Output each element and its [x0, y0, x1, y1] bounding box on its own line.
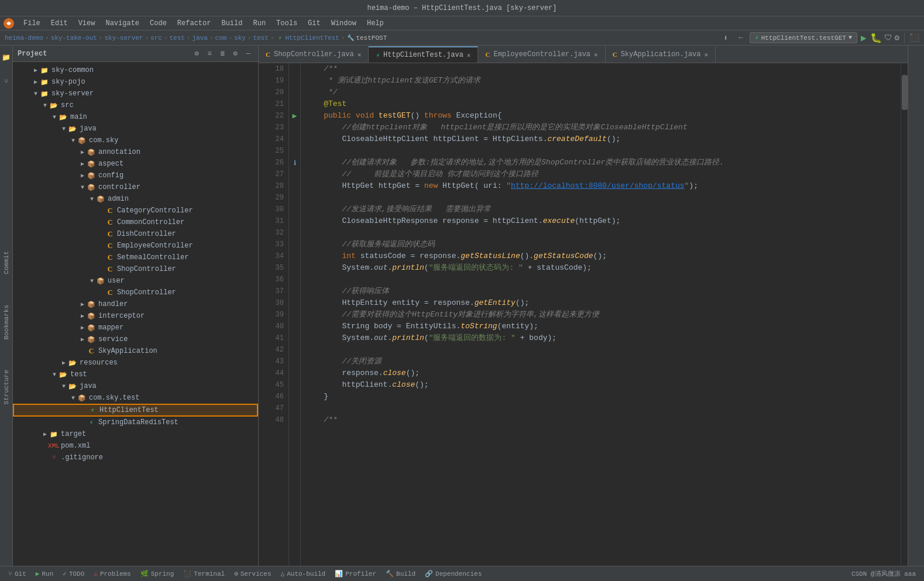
- tree-target[interactable]: ▶ 📁 target: [13, 428, 258, 440]
- menu-git[interactable]: Git: [303, 18, 325, 29]
- code-content[interactable]: /** * 测试通过httpclient发送GET方式的请求 */ @Test …: [301, 63, 901, 566]
- panel-minimize[interactable]: —: [243, 49, 253, 59]
- tree-interceptor[interactable]: ▶ 📦 interceptor: [13, 310, 258, 322]
- tree-arrow-annotation[interactable]: ▶: [78, 149, 87, 156]
- status-dependencies[interactable]: 🔗 Dependencies: [421, 569, 485, 579]
- tree-SkyApplication[interactable]: ▶ C SkyApplication: [13, 345, 258, 357]
- menu-navigate[interactable]: Navigate: [101, 18, 144, 29]
- tree-SpringDataRedisTest[interactable]: ▶ ⚡ SpringDataRedisTest: [13, 417, 258, 428]
- tree-main[interactable]: ▼ 📂 main: [13, 111, 258, 123]
- debug-button[interactable]: 🐛: [870, 32, 882, 44]
- tree-java-main[interactable]: ▼ 📂 java: [13, 123, 258, 135]
- vcs-icon[interactable]: ⑂: [0, 75, 13, 89]
- tree-ShopController-admin[interactable]: ▶ C ShopController: [13, 263, 258, 275]
- tree-aspect[interactable]: ▶ 📦 aspect: [13, 158, 258, 170]
- tree-arrow-java-test[interactable]: ▼: [60, 383, 68, 390]
- tree-pom-xml[interactable]: ▶ XML pom.xml: [13, 440, 258, 452]
- tree-arrow-admin[interactable]: ▼: [88, 196, 96, 202]
- tree-ShopController-user[interactable]: ▶ C ShopController: [13, 287, 258, 298]
- structure-label[interactable]: Structure: [2, 366, 11, 408]
- menu-code[interactable]: Code: [145, 18, 171, 29]
- tree-arrow-mapper[interactable]: ▶: [78, 324, 87, 331]
- gc-22[interactable]: ▶: [289, 110, 300, 122]
- status-services[interactable]: ⚙ Services: [231, 569, 274, 579]
- panel-icon-3[interactable]: ≣: [217, 49, 228, 59]
- bc-sky-server[interactable]: sky-server: [104, 35, 143, 42]
- tab-SkyApplication[interactable]: C SkyApplication.java ✕: [606, 46, 716, 63]
- run-button[interactable]: ▶: [860, 31, 868, 45]
- tree-SetmealController[interactable]: ▶ C SetmealController: [13, 252, 258, 263]
- run-config-selector[interactable]: ⚡ HttpClientTest.testGET ▼: [750, 32, 857, 43]
- tree-arrow-sky-common[interactable]: ▶: [32, 67, 40, 74]
- tab-EmployeeController[interactable]: C EmployeeController.java ✕: [478, 46, 605, 63]
- panel-icon-2[interactable]: ≡: [204, 49, 215, 59]
- status-terminal[interactable]: ⬛ Terminal: [180, 569, 228, 579]
- tree-config[interactable]: ▶ 📦 config: [13, 170, 258, 181]
- tree-arrow-aspect[interactable]: ▶: [78, 160, 87, 167]
- tree-com-sky-test[interactable]: ▼ 📦 com.sky.test: [13, 392, 258, 404]
- tree-arrow-java-main[interactable]: ▼: [60, 126, 68, 132]
- tree-annotation[interactable]: ▶ 📦 annotation: [13, 146, 258, 158]
- tree-arrow-service[interactable]: ▶: [78, 336, 87, 343]
- bc-com[interactable]: com: [215, 35, 227, 42]
- tree-arrow-user[interactable]: ▼: [88, 278, 96, 284]
- panel-icon-1[interactable]: ⚙: [191, 49, 202, 59]
- status-spring[interactable]: 🌿 Spring: [137, 569, 178, 579]
- back-btn[interactable]: ←: [734, 32, 747, 44]
- tab-close-HttpClientTest[interactable]: ✕: [467, 51, 471, 59]
- tree-gitignore[interactable]: ▶ ⑂ .gitignore: [13, 452, 258, 463]
- status-profiler[interactable]: 📊 Profiler: [331, 569, 380, 579]
- bc-heima-demo[interactable]: heima-demo: [5, 35, 43, 42]
- profile-button[interactable]: ⚙: [895, 33, 899, 43]
- status-todo[interactable]: ✓ TODO: [59, 569, 88, 579]
- menu-view[interactable]: View: [74, 18, 100, 29]
- tree-arrow-config[interactable]: ▶: [78, 172, 87, 179]
- coverage-button[interactable]: 🛡: [884, 33, 892, 43]
- tree-arrow-sky-pojo[interactable]: ▶: [32, 78, 40, 85]
- menu-run[interactable]: Run: [248, 18, 270, 29]
- tree-arrow-resources[interactable]: ▶: [60, 359, 68, 366]
- menu-file[interactable]: File: [19, 18, 45, 29]
- status-run[interactable]: ▶ Run: [32, 569, 57, 579]
- tree-arrow-src[interactable]: ▼: [41, 102, 49, 109]
- bc-httpclienttest[interactable]: HttpClientTest: [285, 35, 339, 42]
- tree-arrow-sky-server[interactable]: ▼: [32, 91, 40, 97]
- status-problems[interactable]: ⚠ Problems: [90, 569, 134, 579]
- bc-test[interactable]: test: [170, 35, 185, 42]
- menu-edit[interactable]: Edit: [46, 18, 73, 29]
- bc-test2[interactable]: test: [253, 35, 268, 42]
- panel-gear[interactable]: ⚙: [230, 49, 241, 59]
- bc-java[interactable]: java: [193, 35, 208, 42]
- tree-java-test[interactable]: ▼ 📂 java: [13, 380, 258, 392]
- menu-tools[interactable]: Tools: [272, 18, 302, 29]
- tree-arrow-test-folder[interactable]: ▼: [50, 372, 59, 378]
- tree-arrow-handler[interactable]: ▶: [78, 301, 87, 308]
- tab-HttpClientTest[interactable]: ⚡ HttpClientTest.java ✕: [369, 46, 478, 63]
- tree-test-folder[interactable]: ▼ 📂 test: [13, 369, 258, 380]
- vcs-update-btn[interactable]: ⬇: [719, 32, 732, 44]
- tree-mapper[interactable]: ▶ 📦 mapper: [13, 322, 258, 334]
- tree-arrow-interceptor[interactable]: ▶: [78, 312, 87, 319]
- tree-resources[interactable]: ▶ 📂 resources: [13, 357, 258, 369]
- tree-EmployeeController[interactable]: ▶ C EmployeeController: [13, 240, 258, 252]
- tree-service[interactable]: ▶ 📦 service: [13, 334, 258, 345]
- tab-close-EmployeeController[interactable]: ✕: [594, 51, 598, 59]
- tab-close-ShopController[interactable]: ✕: [358, 51, 362, 59]
- bc-sky[interactable]: sky: [234, 35, 246, 42]
- scrollbar-thumb[interactable]: [902, 75, 908, 110]
- status-autobuild[interactable]: △ Auto-build: [277, 569, 329, 579]
- tree-CategoryController[interactable]: ▶ C CategoryController: [13, 205, 258, 216]
- status-git[interactable]: ⑂ Git: [5, 569, 30, 579]
- menu-window[interactable]: Window: [327, 18, 361, 29]
- menu-refactor[interactable]: Refactor: [173, 18, 216, 29]
- bookmarks-label[interactable]: Bookmarks: [2, 301, 11, 343]
- commit-label[interactable]: Commit: [2, 247, 11, 278]
- tree-CommonController[interactable]: ▶ C CommonController: [13, 216, 258, 228]
- tree-admin[interactable]: ▼ 📦 admin: [13, 193, 258, 205]
- tree-sky-common[interactable]: ▶ 📁 sky-common: [13, 64, 258, 76]
- scrollbar-track[interactable]: [901, 63, 908, 566]
- project-icon[interactable]: 📁: [0, 50, 13, 64]
- tree-com-sky[interactable]: ▼ 📦 com.sky: [13, 135, 258, 146]
- tree-arrow-controller[interactable]: ▼: [78, 184, 87, 191]
- tree-HttpClientTest[interactable]: ▶ ⚡ HttpClientTest: [13, 404, 258, 417]
